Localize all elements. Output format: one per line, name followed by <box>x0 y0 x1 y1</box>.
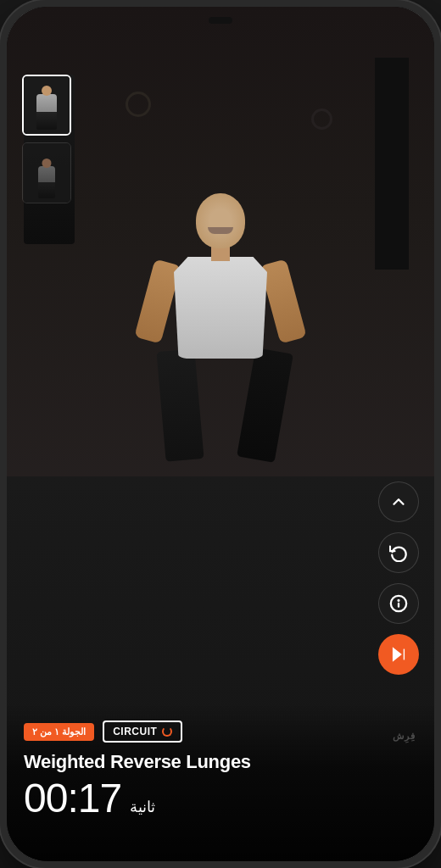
refresh-button[interactable] <box>378 532 419 573</box>
info-button[interactable] <box>378 583 419 624</box>
phone-frame: فِرِش الجولة ١ من ٢ CIRCUIT Weighted Rev… <box>0 0 441 868</box>
exercise-title: Weighted Reverse Lunges <box>24 751 417 773</box>
athlete-figure <box>136 193 305 481</box>
circuit-tag: CIRCUIT <box>103 721 182 743</box>
circuit-icon <box>162 726 172 737</box>
timer-value: 00:17 <box>24 778 121 819</box>
chevron-up-button[interactable] <box>378 481 419 522</box>
right-controls <box>378 481 419 675</box>
thumbnail-2[interactable] <box>22 142 71 203</box>
bottom-overlay: الجولة ١ من ٢ CIRCUIT Weighted Reverse L… <box>7 704 434 861</box>
tags-row: الجولة ١ من ٢ CIRCUIT <box>24 721 417 743</box>
timer-row: 00:17 ثانية <box>24 778 417 819</box>
timer-unit: ثانية <box>130 798 155 816</box>
circuit-label: CIRCUIT <box>113 726 157 737</box>
exercise-thumbnails <box>22 75 71 203</box>
thumbnail-1[interactable] <box>22 75 71 136</box>
svg-point-3 <box>399 600 399 601</box>
skip-button[interactable] <box>378 634 419 675</box>
svg-marker-4 <box>394 648 401 661</box>
round-tag: الجولة ١ من ٢ <box>24 723 94 741</box>
phone-screen: فِرِش الجولة ١ من ٢ CIRCUIT Weighted Rev… <box>7 7 434 861</box>
notch <box>209 17 232 24</box>
